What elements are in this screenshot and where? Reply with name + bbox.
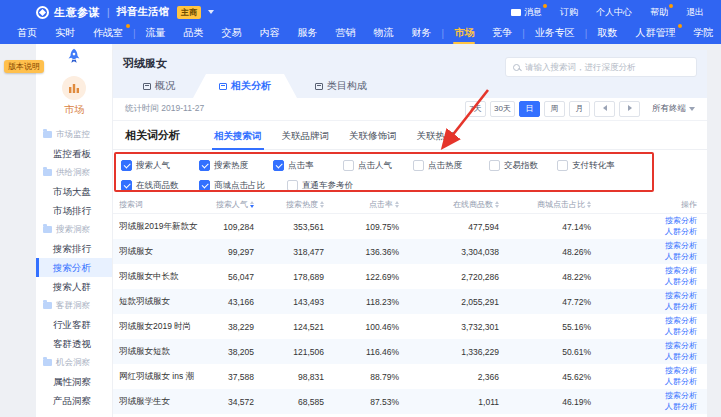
version-badge[interactable]: 主商 bbox=[177, 6, 201, 19]
metric-checkbox[interactable] bbox=[343, 160, 354, 171]
nav-item[interactable]: 品类 bbox=[175, 22, 213, 44]
nav-item[interactable]: 流量 bbox=[137, 22, 175, 44]
app-logo[interactable]: 生意参谋 | 抖音生活馆 主商 bbox=[36, 5, 214, 20]
rocket-icon[interactable] bbox=[64, 47, 84, 67]
metric-option[interactable]: 商城点击占比 bbox=[199, 180, 287, 192]
tab-item[interactable]: 类目构成 bbox=[297, 74, 385, 98]
nav-item[interactable]: 人群管理 bbox=[626, 22, 684, 44]
audience-analysis-link[interactable]: 人群分析 bbox=[665, 352, 697, 362]
nav-item[interactable]: 财务 bbox=[403, 22, 441, 44]
metric-checkbox[interactable] bbox=[121, 160, 132, 171]
metric-checkbox[interactable] bbox=[287, 180, 298, 191]
date-controls: 7天30天日周月所有终端 bbox=[465, 101, 695, 117]
audience-analysis-link[interactable]: 人群分析 bbox=[665, 227, 697, 237]
search-analysis-link[interactable]: 搜索分析 bbox=[665, 316, 697, 326]
next-button[interactable] bbox=[619, 101, 640, 117]
notification-dot bbox=[669, 4, 673, 8]
sidebar-item[interactable]: 搜索分析 bbox=[36, 258, 112, 277]
date-range-button[interactable]: 7天 bbox=[465, 101, 486, 117]
nav-item[interactable]: 取数 bbox=[588, 22, 626, 44]
metric-option[interactable]: 交易指数 bbox=[489, 160, 557, 172]
nav-item[interactable]: 物流 bbox=[365, 22, 403, 44]
search-analysis-link[interactable]: 搜索分析 bbox=[665, 366, 697, 376]
column-header[interactable]: 点击率 bbox=[324, 199, 399, 210]
metric-option[interactable]: 搜索热度 bbox=[199, 160, 273, 172]
audience-analysis-link[interactable]: 人群分析 bbox=[665, 252, 697, 262]
search-analysis-link[interactable]: 搜索分析 bbox=[665, 291, 697, 301]
nav-item[interactable]: 学院 bbox=[684, 22, 721, 44]
top-link[interactable]: 订购 bbox=[560, 6, 581, 19]
audience-analysis-link[interactable]: 人群分析 bbox=[665, 377, 697, 387]
audience-analysis-link[interactable]: 人群分析 bbox=[665, 302, 697, 312]
top-link[interactable]: 帮助 bbox=[650, 6, 671, 19]
column-header[interactable]: 在线商品数 bbox=[399, 199, 499, 210]
top-link[interactable]: 个人中心 bbox=[596, 6, 635, 19]
date-unit-button[interactable]: 日 bbox=[519, 101, 540, 117]
nav-item[interactable]: 交易 bbox=[213, 22, 251, 44]
metric-option[interactable]: 直通车参考价 bbox=[287, 180, 387, 192]
metric-checkbox[interactable] bbox=[557, 160, 568, 171]
tab-item[interactable]: 概况 bbox=[125, 74, 193, 98]
metric-option[interactable]: 点击人气 bbox=[343, 160, 413, 172]
nav-item[interactable]: 竞争 bbox=[483, 22, 521, 44]
nav-item[interactable]: 市场 bbox=[445, 22, 483, 44]
top-link[interactable]: 消息 bbox=[511, 6, 545, 19]
nav-item[interactable]: 营销 bbox=[327, 22, 365, 44]
metric-checkbox[interactable] bbox=[121, 180, 132, 191]
search-analysis-link[interactable]: 搜索分析 bbox=[665, 241, 697, 251]
date-unit-button[interactable]: 周 bbox=[544, 101, 565, 117]
search-analysis-link[interactable]: 搜索分析 bbox=[665, 391, 697, 401]
cell-value: 34,572 bbox=[209, 397, 254, 407]
word-tab[interactable]: 相关搜索词 bbox=[204, 121, 272, 150]
tab-label: 概况 bbox=[155, 79, 175, 93]
search-analysis-link[interactable]: 搜索分析 bbox=[665, 216, 697, 226]
prev-button[interactable] bbox=[594, 101, 615, 117]
metric-option[interactable]: 在线商品数 bbox=[121, 180, 199, 192]
version-note-tag[interactable]: 版本说明 bbox=[4, 60, 44, 73]
market-module-icon[interactable] bbox=[62, 76, 86, 100]
word-tab[interactable]: 关联品牌词 bbox=[272, 121, 340, 150]
sidebar-item[interactable]: 监控看板 bbox=[36, 144, 112, 163]
metric-option[interactable]: 搜索人气 bbox=[121, 160, 199, 172]
sidebar-item[interactable]: 客群透视 bbox=[36, 334, 112, 353]
top-link[interactable]: 退出 bbox=[686, 6, 707, 19]
metric-option[interactable]: 支付转化率 bbox=[557, 160, 647, 172]
sidebar-item[interactable]: 搜索人群 bbox=[36, 277, 112, 296]
column-header[interactable]: 商城点击占比 bbox=[499, 199, 591, 210]
date-range-button[interactable]: 30天 bbox=[490, 101, 515, 117]
audience-analysis-link[interactable]: 人群分析 bbox=[665, 277, 697, 287]
nav-item[interactable]: 业务专区 bbox=[526, 22, 584, 44]
word-tab[interactable]: 关联热词 bbox=[407, 121, 465, 150]
nav-item[interactable]: 首页 bbox=[8, 22, 46, 44]
column-header[interactable]: 搜索热度 bbox=[254, 199, 324, 210]
metric-checkbox[interactable] bbox=[199, 160, 210, 171]
sidebar-item[interactable]: 市场排行 bbox=[36, 201, 112, 220]
metric-row-1: 搜索人气搜索热度点击率点击人气点击热度交易指数支付转化率 bbox=[121, 157, 707, 174]
audience-analysis-link[interactable]: 人群分析 bbox=[665, 402, 697, 412]
sidebar-item[interactable]: 属性洞察 bbox=[36, 372, 112, 391]
metric-option[interactable]: 点击率 bbox=[273, 160, 343, 172]
metric-checkbox[interactable] bbox=[273, 160, 284, 171]
tab-active[interactable]: 相关分析 bbox=[193, 74, 297, 98]
word-tab[interactable]: 关联修饰词 bbox=[339, 121, 407, 150]
metric-option[interactable]: 点击热度 bbox=[413, 160, 489, 172]
audience-analysis-link[interactable]: 人群分析 bbox=[665, 327, 697, 337]
date-unit-button[interactable]: 月 bbox=[569, 101, 590, 117]
terminal-filter[interactable]: 所有终端 bbox=[652, 103, 695, 115]
metric-filter-area: 搜索人气搜索热度点击率点击人气点击热度交易指数支付转化率 在线商品数商城点击占比… bbox=[113, 150, 707, 196]
search-input[interactable] bbox=[525, 62, 689, 72]
metric-checkbox[interactable] bbox=[489, 160, 500, 171]
sidebar-item[interactable]: 市场大盘 bbox=[36, 182, 112, 201]
sidebar-item[interactable]: 产品洞察 bbox=[36, 391, 112, 410]
metric-checkbox[interactable] bbox=[199, 180, 210, 191]
metric-checkbox[interactable] bbox=[413, 160, 424, 171]
sidebar-item[interactable]: 行业客群 bbox=[36, 315, 112, 334]
nav-item[interactable]: 内容 bbox=[251, 22, 289, 44]
column-header[interactable]: 搜索人气 bbox=[209, 199, 254, 210]
sidebar-item[interactable]: 搜索排行 bbox=[36, 239, 112, 258]
nav-item[interactable]: 实时 bbox=[46, 22, 84, 44]
search-analysis-link[interactable]: 搜索分析 bbox=[665, 341, 697, 351]
nav-item[interactable]: 作战室 bbox=[84, 22, 132, 44]
search-analysis-link[interactable]: 搜索分析 bbox=[665, 266, 697, 276]
nav-item[interactable]: 服务 bbox=[289, 22, 327, 44]
